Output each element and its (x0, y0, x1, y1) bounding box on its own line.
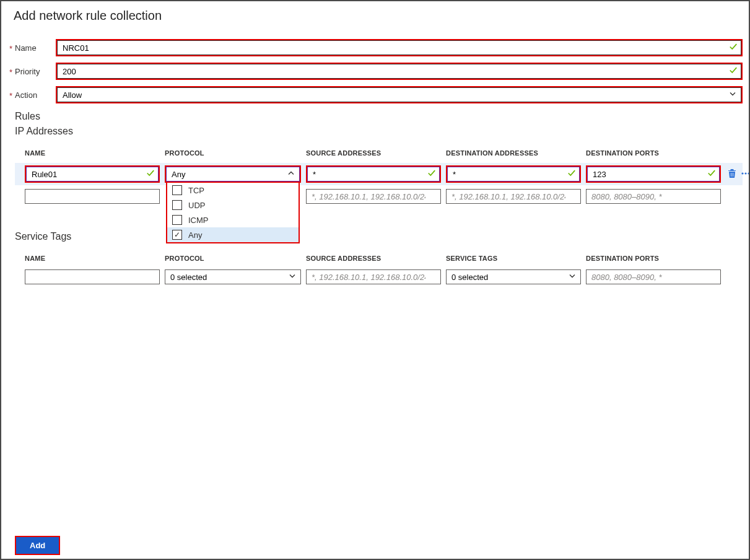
st-col-ports: DESTINATION PORTS (586, 248, 721, 268)
priority-input[interactable] (57, 64, 741, 79)
col-protocol: PROTOCOL (165, 143, 301, 163)
chevron-up-icon (287, 170, 295, 179)
add-button[interactable]: Add (16, 537, 59, 554)
label-action: * Action (15, 90, 56, 100)
protocol-dropdown: TCP UDP ICMP Any (166, 182, 300, 243)
name-input[interactable] (57, 40, 741, 55)
svg-point-1 (744, 172, 746, 174)
rule-ports-input[interactable] (587, 167, 720, 182)
required-asterisk: * (9, 91, 12, 100)
st-protocol-select[interactable] (165, 269, 301, 284)
section-ip-addresses: IP Addresses (15, 126, 743, 137)
more-icon[interactable] (741, 168, 750, 180)
rule-ports-input-empty[interactable] (586, 189, 721, 204)
protocol-option-tcp[interactable]: TCP (167, 183, 299, 198)
st-col-source: SOURCE ADDRESSES (306, 248, 441, 268)
checkbox-icon (172, 215, 182, 225)
rule-source-input-empty[interactable] (306, 189, 441, 204)
checkbox-icon (172, 185, 182, 195)
col-source: SOURCE ADDRESSES (306, 143, 441, 163)
col-name: NAME (25, 143, 160, 163)
st-source-input[interactable] (306, 269, 441, 284)
chevron-down-icon (569, 273, 576, 282)
protocol-option-icmp[interactable]: ICMP (167, 212, 299, 227)
protocol-option-any[interactable]: Any (167, 227, 299, 242)
rule-name-input-empty[interactable] (25, 189, 160, 204)
st-tags-select[interactable] (446, 269, 581, 284)
section-rules: Rules (15, 111, 743, 122)
required-asterisk: * (9, 44, 12, 53)
required-asterisk: * (9, 68, 12, 77)
page-title: Add network rule collection (1, 1, 749, 32)
rule-source-input[interactable] (307, 167, 440, 182)
st-col-protocol: PROTOCOL (165, 248, 301, 268)
label-name: * Name (15, 43, 56, 53)
delete-icon[interactable] (727, 168, 737, 180)
rule-protocol-select[interactable] (166, 167, 300, 182)
st-ports-input[interactable] (586, 269, 721, 284)
st-col-tags: SERVICE TAGS (446, 248, 581, 268)
svg-point-2 (748, 172, 749, 174)
rule-name-input[interactable] (26, 167, 159, 182)
svg-point-0 (741, 172, 743, 174)
checkbox-icon (172, 200, 182, 210)
checkbox-checked-icon (172, 230, 182, 240)
protocol-option-udp[interactable]: UDP (167, 198, 299, 212)
label-priority: * Priority (15, 67, 56, 76)
col-ports: DESTINATION PORTS (586, 143, 721, 163)
section-service-tags: Service Tags (15, 231, 743, 242)
st-name-input[interactable] (25, 269, 160, 284)
chevron-down-icon (729, 90, 736, 100)
rule-destination-input-empty[interactable] (446, 189, 581, 204)
col-destination: DESTINATION ADDRESSES (446, 143, 581, 163)
chevron-down-icon (289, 273, 296, 282)
st-col-name: NAME (25, 248, 160, 268)
action-select[interactable] (57, 87, 741, 102)
rule-destination-input[interactable] (447, 167, 580, 182)
